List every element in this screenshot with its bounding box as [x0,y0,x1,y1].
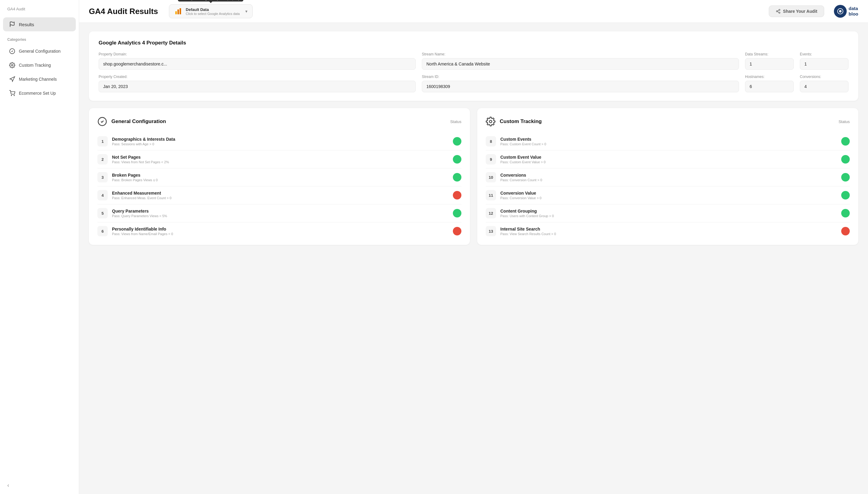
row-desc: Pass: Broken Pages Views ≤ 0 [112,178,449,182]
row-name: Personally Identifiable Info [112,227,449,231]
prop-data-streams-label: Data Streams: [745,52,794,56]
flag-icon [9,21,15,27]
row-name: Custom Events [500,137,837,141]
share-audit-label: Share Your Audit [783,9,817,14]
prop-conversions: Conversions: 4 [800,75,849,92]
status-badge [841,209,850,217]
row-number: 3 [97,172,108,183]
svg-point-3 [11,95,12,96]
logo-text: data bloo [849,6,858,17]
row-info: Enhanced Measurement Pass: Enhanced Meas… [112,191,449,200]
row-name: Conversions [500,173,837,177]
status-badge [841,227,850,235]
svg-point-16 [489,120,492,123]
row-number: 12 [486,208,496,218]
row-desc: Pass: Query Parameters Views < 5% [112,214,449,218]
row-desc: Pass: Custom Event Count > 0 [500,142,837,146]
megaphone-icon [9,76,15,82]
row-name: Conversion Value [500,191,837,195]
header: GA4 Audit Results Select your Google Ana… [79,0,868,23]
prop-created-value: Jan 20, 2023 [99,81,416,92]
row-info: Query Parameters Pass: Query Parameters … [112,209,449,218]
audit-grid: General Configuration Status 1 Demograph… [89,108,858,245]
prop-stream-id-value: 1600198309 [422,81,739,92]
svg-rect-7 [180,8,181,14]
prop-events-value: 1 [800,58,849,70]
check-circle-icon [9,48,15,54]
prop-stream-id-label: Stream ID: [422,75,739,79]
svg-point-10 [779,12,780,13]
property-details-card: Google Analytics 4 Property Details Prop… [89,31,858,101]
custom-tracking-title: Custom Tracking [500,118,834,125]
table-row: 12 Content Grouping Pass: Users with Con… [486,204,850,222]
table-row: 2 Not Set Pages Pass: Views from Not Set… [97,150,461,168]
sidebar-item-custom-tracking[interactable]: Custom Tracking [3,59,76,72]
prop-events-label: Events: [800,52,849,56]
general-config-icon [97,117,107,127]
row-desc: Pass: Conversion Value > 0 [500,196,837,200]
general-config-header: General Configuration Status [97,117,461,127]
svg-point-8 [779,9,780,11]
custom-tracking-card: Custom Tracking Status 8 Custom Events P… [477,108,858,245]
table-row: 1 Demographics & Interests Data Pass: Se… [97,132,461,150]
svg-point-4 [14,95,15,96]
status-badge [841,191,850,200]
row-desc: Pass: Sessions with Age > 0 [112,142,449,146]
row-info: Conversions Pass: Conversion Count > 0 [500,173,837,182]
sidebar-marketing-channels-label: Marketing Channels [19,77,57,82]
ga-selector-chevron-icon: ▾ [245,9,248,14]
prop-hostnames: Hostnames: 6 [745,75,794,92]
custom-tracking-status-label: Status [839,119,850,124]
ga-selector-sub: Click to select Google Analytics data [186,12,239,16]
prop-stream-name-value: North America & Canada Website [422,58,739,70]
prop-data-streams: Data Streams: 1 [745,52,794,70]
table-row: 8 Custom Events Pass: Custom Event Count… [486,132,850,150]
status-badge [841,173,850,182]
table-row: 9 Custom Event Value Pass: Custom Event … [486,150,850,168]
ga4-icon [174,7,183,16]
prop-domain-value: shop.googlemerchandisestore.c... [99,58,416,70]
sidebar-item-ecommerce-setup[interactable]: Ecommerce Set Up [3,87,76,100]
row-info: Content Grouping Pass: Users with Conten… [500,209,837,218]
row-number: 6 [97,226,108,236]
status-badge [453,227,461,235]
sidebar-general-config-label: General Configuration [19,49,61,54]
svg-point-9 [776,11,777,12]
ga-selector-text: Default Data Click to select Google Anal… [186,7,239,16]
prop-events: Events: 1 [800,52,849,70]
row-number: 5 [97,208,108,218]
share-audit-button[interactable]: Share Your Audit [769,5,825,17]
status-badge [453,137,461,146]
status-badge [453,155,461,164]
row-name: Not Set Pages [112,155,449,159]
prop-created-label: Property Created: [99,75,416,79]
prop-hostnames-value: 6 [745,81,794,92]
row-number: 1 [97,136,108,147]
custom-tracking-header: Custom Tracking Status [486,117,850,127]
sidebar-item-marketing-channels[interactable]: Marketing Channels [3,73,76,86]
status-badge [453,209,461,217]
row-number: 11 [486,190,496,201]
row-info: Broken Pages Pass: Broken Pages Views ≤ … [112,173,449,182]
prop-conversions-value: 4 [800,81,849,92]
row-info: Conversion Value Pass: Conversion Value … [500,191,837,200]
status-badge [841,155,850,164]
sidebar-custom-tracking-label: Custom Tracking [19,63,51,68]
content-area: Google Analytics 4 Property Details Prop… [79,23,868,253]
ga-property-selector[interactable]: Select your Google Analytics 4 property.… [169,4,252,18]
sidebar-collapse-button[interactable]: ‹ [0,477,79,494]
sidebar-item-results-label: Results [19,22,34,27]
sidebar-ecommerce-label: Ecommerce Set Up [19,91,56,96]
general-config-status-label: Status [450,119,461,124]
page-title: GA4 Audit Results [89,7,158,16]
share-icon [776,9,781,14]
sidebar-item-general-config[interactable]: General Configuration [3,45,76,58]
logo: data bloo [834,5,858,18]
logo-icon [834,5,847,18]
sidebar-item-results[interactable]: Results [3,17,76,31]
prop-stream-id: Stream ID: 1600198309 [422,75,739,92]
prop-domain-label: Property Domain: [99,52,416,56]
general-config-title: General Configuration [112,118,446,125]
table-row: 11 Conversion Value Pass: Conversion Val… [486,186,850,204]
row-number: 2 [97,154,108,165]
